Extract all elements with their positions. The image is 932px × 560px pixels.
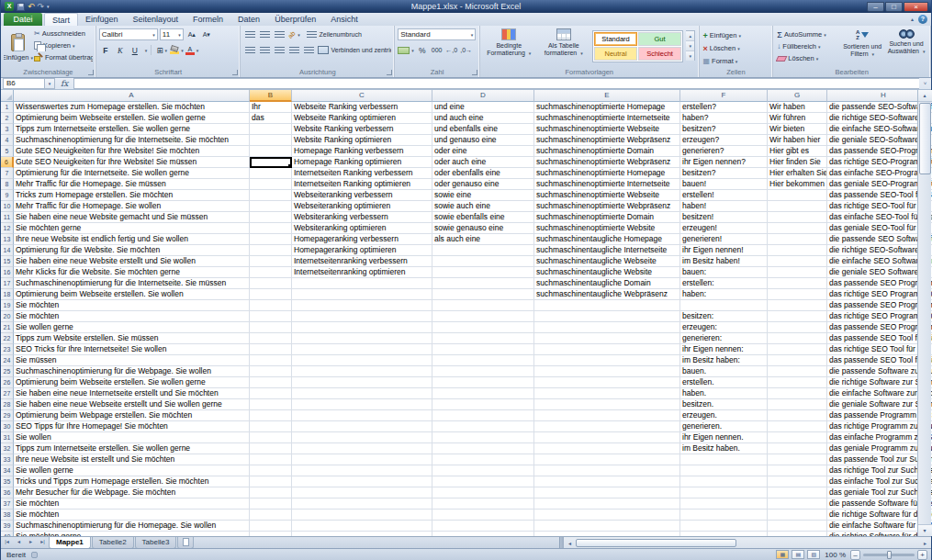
cell-F39[interactable] bbox=[680, 521, 768, 532]
cell-C5[interactable]: Homepage Ranking verbessern bbox=[292, 146, 432, 157]
row-header-37[interactable]: 37 bbox=[1, 498, 14, 510]
cell-C34[interactable] bbox=[292, 465, 432, 476]
cell-F35[interactable] bbox=[680, 476, 768, 487]
row-header-22[interactable]: 22 bbox=[1, 333, 14, 344]
cell-G15[interactable] bbox=[768, 256, 827, 267]
cell-G16[interactable] bbox=[768, 267, 827, 278]
cell-H12[interactable]: das geniale SEO-Tool für Sie bbox=[827, 223, 932, 234]
cell-D21[interactable] bbox=[432, 322, 534, 333]
cell-B20[interactable] bbox=[250, 311, 292, 322]
decrease-indent-button[interactable] bbox=[287, 44, 300, 56]
cell-A35[interactable]: Tricks und Tipps zum Homepage erstellen.… bbox=[14, 476, 250, 487]
cell-C14[interactable]: Homepageranking optimieren bbox=[292, 245, 432, 256]
cell-E13[interactable]: suchmaschinentaugliche Homepage bbox=[534, 234, 680, 245]
cell-A37[interactable]: Sie möchten bbox=[14, 498, 250, 510]
cell-F31[interactable]: ihr Eigen nennen. bbox=[680, 432, 768, 443]
cell-A5[interactable]: Gute SEO Neuigkeiten für Ihre Website! S… bbox=[14, 146, 250, 157]
cell-C38[interactable] bbox=[292, 510, 432, 521]
cell-A22[interactable]: Tipps zum Website erstellen. Sie müssen bbox=[14, 333, 250, 344]
cell-A1[interactable]: Wissenswertes zum Homepage erstellen. Si… bbox=[14, 102, 250, 113]
next-sheet-icon[interactable]: ▸ bbox=[25, 537, 37, 548]
cell-H16[interactable]: die geniale SEO Software für Sie bbox=[827, 267, 932, 278]
cell-F19[interactable] bbox=[680, 300, 768, 311]
cell-E14[interactable]: suchmaschinentaugliche Internetseite bbox=[534, 245, 680, 256]
cell-C6[interactable]: Homepage Ranking optimieren bbox=[292, 157, 432, 168]
last-sheet-icon[interactable]: ▸| bbox=[37, 537, 49, 548]
minimize-ribbon-icon[interactable]: ▴ bbox=[911, 16, 914, 22]
gallery-down-icon[interactable]: ▾ bbox=[686, 41, 694, 51]
cell-G22[interactable] bbox=[768, 333, 827, 344]
cell-D14[interactable] bbox=[432, 245, 534, 256]
cell-A3[interactable]: Tipps zum Internetseite erstellen. Sie w… bbox=[14, 124, 250, 135]
cell-F21[interactable]: erzeugen: bbox=[680, 322, 768, 333]
clear-button[interactable]: Löschen▾ bbox=[776, 52, 839, 64]
row-header-39[interactable]: 39 bbox=[1, 521, 14, 532]
formula-bar-expand-icon[interactable]: ˅ bbox=[919, 81, 931, 86]
ribbon-tab-uberprufen[interactable]: Überprüfen bbox=[267, 13, 323, 26]
vertical-scroll-thumb[interactable] bbox=[919, 103, 931, 174]
scroll-left-icon[interactable]: ◂ bbox=[564, 540, 576, 546]
cell-F27[interactable]: haben. bbox=[680, 388, 768, 399]
cell-E37[interactable] bbox=[534, 498, 680, 510]
cell-H2[interactable]: die richtige SEO-Software für Sie bbox=[827, 113, 932, 124]
horizontal-scroll-track[interactable] bbox=[576, 537, 919, 549]
borders-button[interactable]: ⊞▾ bbox=[155, 44, 168, 56]
row-header-29[interactable]: 29 bbox=[1, 410, 14, 421]
row-header-28[interactable]: 28 bbox=[1, 399, 14, 410]
row-header-8[interactable]: 8 bbox=[1, 179, 14, 190]
cell-B22[interactable] bbox=[250, 333, 292, 344]
cell-C23[interactable] bbox=[292, 344, 432, 355]
cell-E1[interactable]: suchmaschinenoptimierte Homepage bbox=[534, 102, 680, 113]
insert-function-icon[interactable]: fx bbox=[55, 79, 73, 88]
cell-F6[interactable]: ihr Eigen nennen? bbox=[680, 157, 768, 168]
row-header-17[interactable]: 17 bbox=[1, 278, 14, 289]
cell-B36[interactable] bbox=[250, 487, 292, 498]
gallery-up-icon[interactable]: ▴ bbox=[686, 31, 694, 41]
cell-A16[interactable]: Mehr Klicks für die Website. Sie möchten… bbox=[14, 267, 250, 278]
format-painter-button[interactable]: Format übertragen bbox=[33, 51, 93, 63]
align-middle-button[interactable] bbox=[258, 28, 271, 40]
cell-D18[interactable] bbox=[432, 289, 534, 300]
cell-A34[interactable]: Sie wollen gerne bbox=[14, 465, 250, 476]
format-as-table-button[interactable]: Als Tabelle formatieren ▾ bbox=[538, 28, 590, 57]
row-header-9[interactable]: 9 bbox=[1, 190, 14, 201]
row-header-20[interactable]: 20 bbox=[1, 311, 14, 322]
cell-A7[interactable]: Optimierung für die Internetseite. Sie w… bbox=[14, 168, 250, 179]
row-header-30[interactable]: 30 bbox=[1, 421, 14, 432]
cell-A26[interactable]: Optimierung beim Webseite erstellen. Sie… bbox=[14, 377, 250, 388]
cell-D16[interactable] bbox=[432, 267, 534, 278]
cell-F20[interactable]: besitzen: bbox=[680, 311, 768, 322]
cell-C12[interactable]: Websiteranking optimieren bbox=[292, 223, 432, 234]
grow-font-button[interactable]: A▴ bbox=[185, 28, 198, 40]
cell-E10[interactable]: suchmaschinenoptimierte Webpräsenz bbox=[534, 201, 680, 212]
cell-D32[interactable] bbox=[432, 443, 534, 454]
name-box-dropdown-icon[interactable]: ▾ bbox=[45, 78, 55, 89]
cell-C36[interactable] bbox=[292, 487, 432, 498]
cell-D22[interactable] bbox=[432, 333, 534, 344]
underline-button[interactable]: U bbox=[129, 44, 141, 56]
cell-G38[interactable] bbox=[768, 510, 827, 521]
dialog-launcher-icon[interactable] bbox=[232, 70, 238, 75]
cell-B28[interactable] bbox=[250, 399, 292, 410]
close-button[interactable]: × bbox=[904, 2, 928, 12]
cell-B6[interactable] bbox=[250, 157, 292, 168]
cell-G19[interactable] bbox=[768, 300, 827, 311]
row-header-35[interactable]: 35 bbox=[1, 476, 14, 487]
row-header-33[interactable]: 33 bbox=[1, 454, 14, 465]
cell-C22[interactable] bbox=[292, 333, 432, 344]
cell-E26[interactable] bbox=[534, 377, 680, 388]
cell-A8[interactable]: Mehr Traffic für die Homepage. Sie müsse… bbox=[14, 179, 250, 190]
format-cells-button[interactable]: ▦Format▾ bbox=[702, 55, 770, 67]
cell-B30[interactable] bbox=[250, 421, 292, 432]
redo-icon[interactable]: ↷ bbox=[38, 2, 45, 11]
cell-H19[interactable]: das passende SEO Programm für Sie bbox=[827, 300, 932, 311]
cell-H29[interactable]: das passende Programm zur Suchmaschineno… bbox=[827, 410, 932, 421]
cell-E2[interactable]: suchmaschinenoptimierte Internetseite bbox=[534, 113, 680, 124]
sheet-tab-tabelle3[interactable]: Tabelle3 bbox=[135, 537, 177, 549]
cell-G31[interactable] bbox=[768, 432, 827, 443]
row-header-19[interactable]: 19 bbox=[1, 300, 14, 311]
cell-G18[interactable] bbox=[768, 289, 827, 300]
cell-G27[interactable] bbox=[768, 388, 827, 399]
cell-C8[interactable]: Internetseiten Ranking optimieren bbox=[292, 179, 432, 190]
cell-A17[interactable]: Suchmaschinenoptimierung für die Interne… bbox=[14, 278, 250, 289]
